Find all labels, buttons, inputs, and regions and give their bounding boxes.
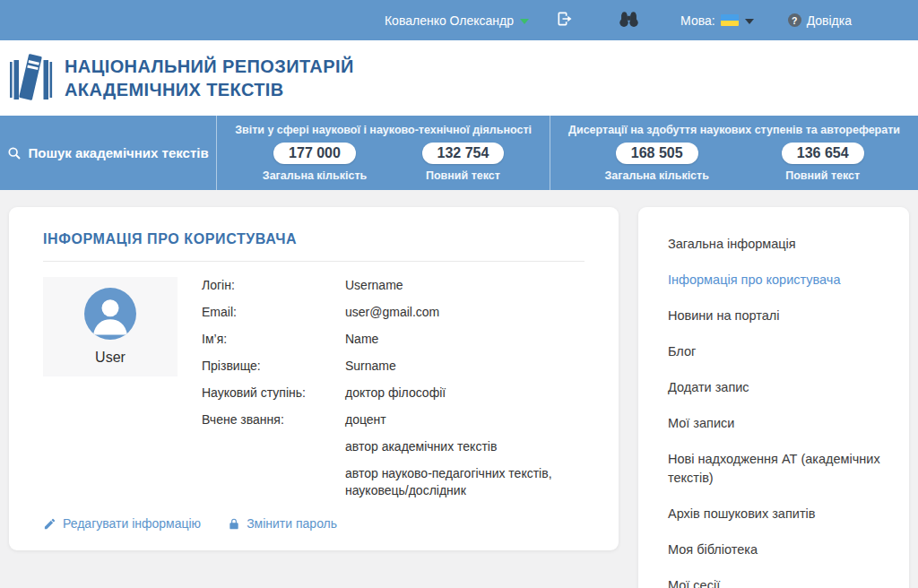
sidebar-item[interactable]: Додати запис [668,378,886,397]
site-title[interactable]: НАЦІОНАЛЬНИЙ РЕПОЗИТАРІЙ АКАДЕМІЧНИХ ТЕК… [65,55,354,101]
stat-label: Загальна кількість [263,169,367,182]
sidebar-item[interactable]: Нові надходження АТ (академічних текстів… [668,450,886,488]
logout-icon [556,10,574,30]
stats-group-title: Дисертації на здобуття наукових ступенів… [568,124,900,136]
help-link[interactable]: ? Довідка [788,13,852,28]
content-area: ІНФОРМАЦІЯ ПРО КОРИСТУВАЧА [0,190,918,588]
search-icon [7,146,22,160]
sidebar-item[interactable]: Блог [668,342,886,361]
sidebar-nav: Загальна інформація Інформація про корис… [638,207,909,588]
field-value: Name [345,331,378,348]
search-academic-texts-link[interactable]: Пошук академічних текстів [0,116,216,190]
sidebar-item-label: Мої записи [668,416,734,430]
stat-total: 168 505 Загальна кількість [605,143,709,182]
field-label: Логін: [202,277,345,294]
question-circle-icon: ? [788,13,801,27]
user-menu[interactable]: Коваленко Олександр [385,13,529,28]
sidebar-item-label: Блог [668,344,696,359]
field-value: доцент [345,411,386,428]
profile-field-row: Вчене звання: доцент [202,411,585,428]
avatar-box: User [43,277,178,376]
field-label: Науковий ступінь: [202,385,345,402]
logout-button[interactable] [556,10,574,30]
language-selector[interactable]: Мова: [680,13,754,28]
field-value: Surname [345,358,396,375]
field-label: Вчене звання: [202,411,345,428]
profile-field-row: Логін: Username [202,277,585,294]
search-label: Пошук академічних текстів [28,145,208,160]
binoculars-icon [617,9,641,31]
stats-group-reports: Звіти у сфері наукової і науково-технічн… [216,116,550,190]
page: Коваленко Олександр Мова: ? Довідка [0,0,918,588]
stat-total: 177 000 Загальна кількість [263,143,367,182]
ukraine-flag-icon [721,14,739,26]
sidebar-item[interactable]: Мої сесії [668,576,886,588]
edit-info-link[interactable]: Редагувати інформацію [43,516,201,531]
language-label: Мова: [680,13,715,28]
sidebar-item-label: Нові надходження АТ (академічних текстів… [668,452,880,485]
sidebar-item[interactable]: Архів пошукових запитів [668,505,886,523]
field-label: Прізвище: [202,358,345,375]
user-name: Коваленко Олександр [385,13,514,28]
sidebar-item[interactable]: Інформація про користувача [668,271,886,290]
profile-field-row: Прізвище: Surname [202,358,585,375]
topbar: Коваленко Олександр Мова: ? Довідка [0,0,918,40]
change-password-label: Змінити пароль [247,516,337,531]
books-logo-icon[interactable] [9,52,54,106]
edit-info-label: Редагувати інформацію [63,516,201,531]
stat-label: Повний текст [426,169,500,182]
help-label: Довідка [807,13,852,28]
sidebar-item-label: Додати запис [668,380,749,394]
stat-fulltext: 132 754 Повний текст [422,143,505,182]
page-title: ІНФОРМАЦІЯ ПРО КОРИСТУВАЧА [9,207,619,247]
search-texts-button[interactable] [617,9,641,31]
avatar [84,288,136,343]
stat-fulltext: 136 654 Повний текст [782,143,864,182]
stats-bar: Пошук академічних текстів Звіти у сфері … [0,116,918,190]
profile-fields: Логін: Username Email: user@gmail.com Ім… [202,277,585,509]
profile-field-row: Ім’я: Name [202,331,585,348]
profile-field-row: Email: user@gmail.com [202,304,585,321]
field-value: доктор філософії [345,385,446,402]
sidebar-column: Загальна інформація Інформація про корис… [638,207,909,588]
field-value: user@gmail.com [345,304,439,321]
stat-value-badge: 177 000 [273,143,356,164]
field-value: автор науково-педагогічних текстів, наук… [345,465,552,499]
stats-group-title: Звіти у сфері наукової і науково-технічн… [235,124,532,136]
user-info-card: ІНФОРМАЦІЯ ПРО КОРИСТУВАЧА [9,207,619,550]
stats-group-dissertations: Дисертації на здобуття наукових ступенів… [550,116,918,190]
avatar-label: User [95,350,126,366]
field-label: Email: [202,304,345,321]
sidebar-item-label: Новини на порталі [668,308,779,323]
lock-icon [228,517,240,531]
sidebar-item-label: Мої сесії [668,578,720,588]
stat-value-badge: 168 505 [616,143,698,164]
sidebar-item[interactable]: Загальна інформація [668,235,886,254]
stat-value-badge: 132 754 [422,143,505,164]
field-value: Username [345,277,403,294]
site-title-line2: АКАДЕМІЧНИХ ТЕКСТІВ [65,78,354,101]
chevron-down-icon [745,19,754,24]
chevron-down-icon [520,19,529,24]
stat-label: Повний текст [785,169,860,182]
site-title-line1: НАЦІОНАЛЬНИЙ РЕПОЗИТАРІЙ [65,55,354,78]
sidebar-item-label: Інформація про користувача [668,272,841,287]
profile-field-row: автор науково-педагогічних текстів, наук… [202,465,585,499]
field-label: Ім’я: [202,331,345,348]
profile-field-row: Науковий ступінь: доктор філософії [202,385,585,402]
stat-value-badge: 136 654 [782,143,864,164]
profile-field-row: автор академічних текстів [202,438,585,455]
field-value: автор академічних текстів [345,438,497,455]
site-header: НАЦІОНАЛЬНИЙ РЕПОЗИТАРІЙ АКАДЕМІЧНИХ ТЕК… [0,40,918,116]
sidebar-item-label: Архів пошукових запитів [668,506,815,521]
sidebar-item[interactable]: Новини на порталі [668,307,886,325]
field-label [202,438,345,455]
pencil-icon [43,517,56,531]
change-password-link[interactable]: Змінити пароль [228,516,337,531]
stat-label: Загальна кількість [605,169,709,182]
sidebar-item-label: Загальна інформація [668,237,796,251]
field-label [202,465,345,499]
sidebar-item[interactable]: Мої записи [668,414,886,433]
sidebar-item-label: Моя бібліотека [668,542,758,557]
sidebar-item[interactable]: Моя бібліотека [668,540,886,559]
